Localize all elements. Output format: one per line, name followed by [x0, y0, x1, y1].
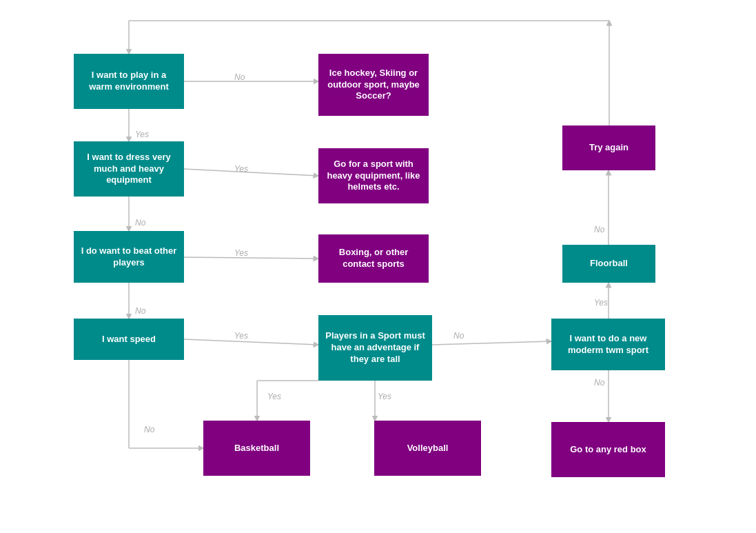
label-yes-6: Yes	[378, 392, 391, 401]
box-floorball: Floorball	[562, 245, 655, 283]
svg-line-7	[184, 257, 318, 259]
box-ice-hockey: Ice hockey, Skiing or outdoor sport, may…	[318, 54, 429, 116]
box-new-sport: I want to do a new moderm twm sport	[551, 319, 665, 370]
label-yes-5: Yes	[267, 392, 281, 401]
label-yes-3: Yes	[234, 248, 248, 258]
label-no-4: No	[144, 425, 154, 434]
box-volleyball: Volleyball	[374, 421, 481, 476]
label-no-1: No	[234, 72, 245, 82]
box-try-again: Try again	[562, 125, 655, 170]
label-no-5: No	[453, 331, 464, 341]
svg-line-13	[432, 341, 551, 345]
label-no-6: No	[594, 378, 604, 388]
label-no-7: No	[594, 225, 604, 234]
flowchart: I want to play in a warm environment I w…	[0, 0, 756, 533]
box-heavy-equipment: Go for a sport with heavy equipment, lik…	[318, 148, 429, 203]
svg-line-5	[184, 169, 318, 176]
label-no-3: No	[135, 306, 145, 316]
label-no-2: No	[135, 218, 145, 228]
box-players-tall: Players in a Sport must have an adventag…	[318, 315, 432, 381]
box-warm-env: I want to play in a warm environment	[74, 54, 184, 109]
box-basketball: Basketball	[203, 421, 310, 476]
box-go-red-box: Go to any red box	[551, 422, 665, 477]
box-dress-equipment: I want to dress very much and heavy equi…	[74, 141, 184, 197]
label-yes-2: Yes	[234, 164, 248, 174]
box-boxing: Boxing, or other contact sports	[318, 234, 429, 283]
svg-line-9	[184, 339, 318, 345]
label-yes-1: Yes	[135, 130, 149, 139]
box-beat-players: I do want to beat other players	[74, 231, 184, 283]
box-speed: I want speed	[74, 319, 184, 360]
label-yes-4: Yes	[234, 331, 248, 341]
label-yes-7: Yes	[594, 298, 608, 308]
